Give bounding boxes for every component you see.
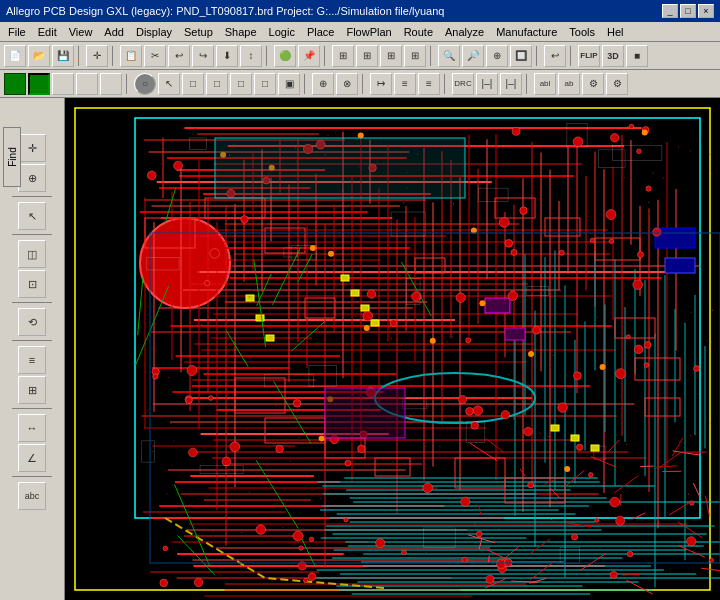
tb2-sel3[interactable] <box>52 73 74 95</box>
tb-zoom-out[interactable]: 🔎 <box>462 45 484 67</box>
tb-redo[interactable]: ↪ <box>192 45 214 67</box>
sep3 <box>266 46 270 66</box>
sep8 <box>126 74 130 94</box>
tb-grid4[interactable]: ⊞ <box>404 45 426 67</box>
tb2-extra1[interactable]: ⚙ <box>582 73 604 95</box>
close-button[interactable]: × <box>698 4 714 18</box>
menu-view[interactable]: View <box>63 24 99 40</box>
tb-zoom-sel[interactable]: 🔲 <box>510 45 532 67</box>
side-select[interactable]: ✛ <box>18 134 46 162</box>
tb-new[interactable]: 📄 <box>4 45 26 67</box>
menu-display[interactable]: Display <box>130 24 178 40</box>
side-angle[interactable]: ∠ <box>18 444 46 472</box>
menu-shape[interactable]: Shape <box>219 24 263 40</box>
tb2-text1[interactable]: abl <box>534 73 556 95</box>
side-measure[interactable]: ↔ <box>18 414 46 442</box>
tb2-sel5[interactable] <box>100 73 122 95</box>
tb2-sel1[interactable] <box>4 73 26 95</box>
tb2-sq2[interactable]: □ <box>206 73 228 95</box>
tb2-via[interactable]: ⊕ <box>312 73 334 95</box>
tb-zoom-in[interactable]: 🔍 <box>438 45 460 67</box>
window-controls: _ □ × <box>662 4 714 18</box>
tb-grid3[interactable]: ⊞ <box>380 45 402 67</box>
tb2-r2[interactable]: |–| <box>500 73 522 95</box>
pcb-canvas[interactable] <box>65 98 720 600</box>
menu-setup[interactable]: Setup <box>178 24 219 40</box>
tb-highlight[interactable]: 🟢 <box>274 45 296 67</box>
side-sep2 <box>12 234 52 236</box>
menu-help[interactable]: Hel <box>601 24 630 40</box>
left-sidebar: Find ✛ ⊕ ↖ ◫ ⊡ ⟲ ≡ ⊞ ↔ ∠ abc <box>0 98 65 600</box>
tb-pin[interactable]: 📌 <box>298 45 320 67</box>
tb-flip[interactable]: FLIP <box>578 45 600 67</box>
tb2-extra2[interactable]: ⚙ <box>606 73 628 95</box>
tb2-sel2[interactable] <box>28 73 50 95</box>
menu-bar: File Edit View Add Display Setup Shape L… <box>0 22 720 42</box>
tb2-sq[interactable]: □ <box>182 73 204 95</box>
tb-ratsnest[interactable]: ↩ <box>544 45 566 67</box>
side-sep5 <box>12 408 52 410</box>
menu-add[interactable]: Add <box>98 24 130 40</box>
tb2-sq5[interactable]: ▣ <box>278 73 300 95</box>
tb2-sq3[interactable]: □ <box>230 73 252 95</box>
tb-swap[interactable]: ↕ <box>240 45 262 67</box>
sep12 <box>526 74 530 94</box>
minimize-button[interactable]: _ <box>662 4 678 18</box>
sep11 <box>444 74 448 94</box>
side-cursor[interactable]: ↖ <box>18 202 46 230</box>
tb-grid1[interactable]: ⊞ <box>332 45 354 67</box>
menu-analyze[interactable]: Analyze <box>439 24 490 40</box>
tb-3d[interactable]: 3D <box>602 45 624 67</box>
tb-down[interactable]: ⬇ <box>216 45 238 67</box>
tb2-fanout[interactable]: ↦ <box>370 73 392 95</box>
menu-flowplan[interactable]: FlowPlan <box>340 24 397 40</box>
side-route[interactable]: ⊡ <box>18 270 46 298</box>
menu-tools[interactable]: Tools <box>563 24 601 40</box>
tb-copy[interactable]: 📋 <box>120 45 142 67</box>
tb2-eq[interactable]: ≡ <box>394 73 416 95</box>
tb2-arrow[interactable]: ↖ <box>158 73 180 95</box>
toolbar-1: 📄 📂 💾 ✛ 📋 ✂ ↩ ↪ ⬇ ↕ 🟢 📌 ⊞ ⊞ ⊞ ⊞ 🔍 🔎 ⊕ 🔲 … <box>0 42 720 70</box>
menu-manufacture[interactable]: Manufacture <box>490 24 563 40</box>
tb2-eq2[interactable]: ≡ <box>418 73 440 95</box>
maximize-button[interactable]: □ <box>680 4 696 18</box>
menu-logic[interactable]: Logic <box>263 24 301 40</box>
main-area: Find ✛ ⊕ ↖ ◫ ⊡ ⟲ ≡ ⊞ ↔ ∠ abc <box>0 98 720 600</box>
tb-save[interactable]: 💾 <box>52 45 74 67</box>
tb-grid2[interactable]: ⊞ <box>356 45 378 67</box>
tb-move[interactable]: ✛ <box>86 45 108 67</box>
find-tab[interactable]: Find <box>3 127 21 187</box>
tb2-text2[interactable]: ab <box>558 73 580 95</box>
tb2-sel4[interactable] <box>76 73 98 95</box>
tb2-sq4[interactable]: □ <box>254 73 276 95</box>
side-shape[interactable]: ◫ <box>18 240 46 268</box>
menu-file[interactable]: File <box>2 24 32 40</box>
menu-route[interactable]: Route <box>398 24 439 40</box>
tb-undo[interactable]: ↩ <box>168 45 190 67</box>
tb-cut[interactable]: ✂ <box>144 45 166 67</box>
side-sep6 <box>12 476 52 478</box>
side-sep1 <box>12 196 52 198</box>
sep10 <box>362 74 366 94</box>
tb2-drc[interactable]: DRC <box>452 73 474 95</box>
menu-place[interactable]: Place <box>301 24 341 40</box>
sep6 <box>536 46 540 66</box>
tb-zoom-fit[interactable]: ⊕ <box>486 45 508 67</box>
side-sep3 <box>12 302 52 304</box>
side-zoom[interactable]: ⊕ <box>18 164 46 192</box>
app-title: Allegro PCB Design GXL (legacy): PND_LT0… <box>6 5 444 17</box>
tb2-circle[interactable]: ○ <box>134 73 156 95</box>
tb-open[interactable]: 📂 <box>28 45 50 67</box>
tb2-via2[interactable]: ⊗ <box>336 73 358 95</box>
sep5 <box>430 46 434 66</box>
side-net[interactable]: ⊞ <box>18 376 46 404</box>
side-text[interactable]: abc <box>18 482 46 510</box>
menu-edit[interactable]: Edit <box>32 24 63 40</box>
sep4 <box>324 46 328 66</box>
side-spin[interactable]: ⟲ <box>18 308 46 336</box>
tb2-r1[interactable]: |–| <box>476 73 498 95</box>
title-bar: Allegro PCB Design GXL (legacy): PND_LT0… <box>0 0 720 22</box>
side-layer[interactable]: ≡ <box>18 346 46 374</box>
tb-extra[interactable]: ■ <box>626 45 648 67</box>
sep7 <box>570 46 574 66</box>
